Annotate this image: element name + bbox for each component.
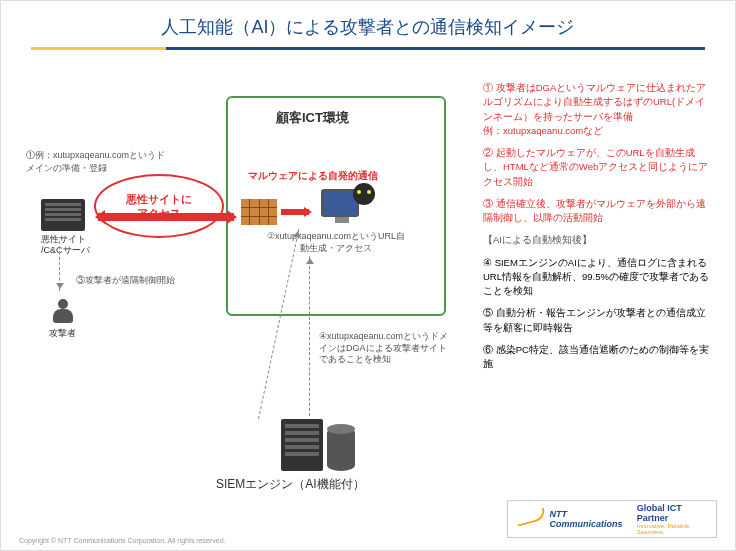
malicious-site-label: 悪性サイト /C&Cサーバ bbox=[41, 234, 90, 256]
logo-box: NTT Communications Global ICT Partner In… bbox=[507, 500, 717, 538]
step-1: ① 攻撃者はDGAというマルウェアに仕込まれたアルゴリズムにより自動生成するはず… bbox=[483, 81, 713, 138]
note-4: ④xutupxaqeanu.comというドメインはDGAによる攻撃者サイトである… bbox=[319, 331, 449, 366]
title-underline bbox=[31, 47, 705, 50]
brand-name: NTT Communications bbox=[550, 509, 629, 529]
note-1: ①例：xutupxaqeanu.comというドメインの準備・登録 bbox=[26, 149, 166, 175]
copyright: Copyright © NTT Communications Corporati… bbox=[19, 537, 226, 544]
tagline: Innovative. Reliable. Seamless. bbox=[637, 523, 708, 535]
steps-subhead: 【AIによる自動検知後】 bbox=[483, 233, 713, 247]
siem-server-icon bbox=[281, 419, 323, 471]
malicious-site: 悪性サイト /C&Cサーバ bbox=[41, 199, 90, 256]
note-3: ③攻撃者が遠隔制御開始 bbox=[76, 274, 175, 287]
siem-engine bbox=[281, 419, 355, 471]
access-highlight: 悪性サイトに アクセス bbox=[94, 174, 224, 238]
attacker: 攻撃者 bbox=[49, 299, 76, 340]
slide-title: 人工知能（AI）による攻撃者との通信検知イメージ bbox=[1, 1, 735, 47]
step-6: ⑥ 感染PC特定、該当通信遮断のための制御等を実施 bbox=[483, 343, 713, 372]
step-2: ② 起動したマルウェアが、このURLを自動生成し、HTMLなど通常のWebアクセ… bbox=[483, 146, 713, 189]
person-icon bbox=[50, 299, 76, 325]
diagram-canvas: ①例：xutupxaqeanu.comというドメインの準備・登録 悪性サイト /… bbox=[26, 61, 466, 501]
malware-icon bbox=[353, 183, 375, 205]
arrow-down-icon bbox=[59, 241, 61, 291]
step-4: ④ SIEMエンジンのAIにより、通信ログに含まれるURL情報を自動解析、99.… bbox=[483, 256, 713, 299]
attacker-label: 攻撃者 bbox=[49, 327, 76, 340]
ict-label: 顧客ICT環境 bbox=[276, 109, 349, 127]
partner-tag: Global ICT Partner Innovative. Reliable.… bbox=[637, 503, 708, 535]
swoosh-icon bbox=[516, 511, 542, 527]
partner-title: Global ICT Partner bbox=[637, 503, 682, 523]
steps-column: ① 攻撃者はDGAというマルウェアに仕込まれたアルゴリズムにより自動生成するはず… bbox=[483, 81, 713, 379]
step-5: ⑤ 自動分析・報告エンジンが攻撃者との通信成立等を顧客に即時報告 bbox=[483, 306, 713, 335]
arrow-right-icon bbox=[281, 207, 317, 217]
step-3: ③ 通信確立後、攻撃者がマルウェアを外部から遠隔制御し、以降の活動開始 bbox=[483, 197, 713, 226]
firewall-icon bbox=[241, 199, 277, 225]
malware-comm-label: マルウェアによる自発的通信 bbox=[248, 169, 378, 183]
slide: 人工知能（AI）による攻撃者との通信検知イメージ ①例：xutupxaqeanu… bbox=[0, 0, 736, 551]
siem-label: SIEMエンジン（AI機能付） bbox=[216, 476, 365, 493]
database-icon bbox=[327, 427, 355, 471]
server-icon bbox=[41, 199, 85, 231]
